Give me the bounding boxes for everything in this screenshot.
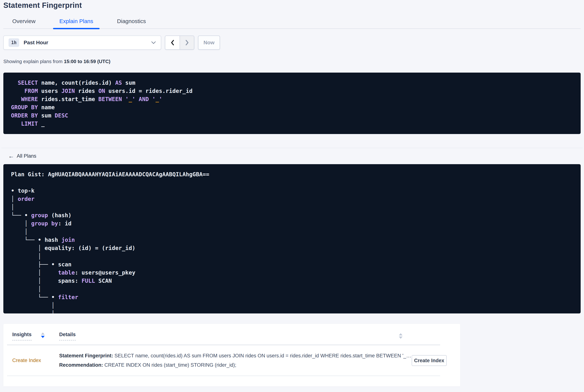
time-nav-group [165,36,194,50]
sort-down-triangle [41,336,45,338]
code-line: GROUP BY name [11,103,573,112]
tab-explain-plans[interactable]: Explain Plans [53,15,99,28]
code-line: │ spans: FULL SCAN [11,277,573,285]
code-line: │ [11,310,573,314]
insight-link[interactable]: Create Index [12,358,59,363]
code-line: │ [11,252,573,260]
fingerprint-line: Statement Fingerprint: SELECT name, coun… [59,351,411,360]
tab-overview[interactable]: Overview [6,15,42,28]
fingerprint-label: Statement Fingerprint: [59,353,113,358]
code-line: │ group by: id [11,220,573,228]
code-line: • top-k [11,187,573,195]
sql-statement-block: SELECT name, count(rides.id) AS sum FROM… [3,72,581,134]
create-index-button[interactable]: Create Index [412,355,447,366]
code-line: LIMIT _ [11,120,573,128]
time-controls: 1h Past Hour [3,36,581,50]
fingerprint-value: SELECT name, count(rides.id) AS sum FROM… [113,353,411,358]
code-line: ORDER BY sum DESC [11,112,573,120]
code-line: ├── • scan [11,260,573,268]
all-plans-back-link[interactable]: ← All Plans [8,153,36,159]
code-line: │ table: users@users_pkey [11,268,573,277]
sort-icon-details[interactable] [399,333,403,339]
plan-gist-block: Plan Gist: AgHUAQIABQAAAAHYAQIAiAEAAAADC… [3,164,581,314]
all-plans-label: All Plans [17,153,36,159]
code-line [11,178,573,187]
recommendation-label: Recommendation: [59,362,103,368]
insights-column-header: Insights [12,332,59,340]
code-line: │ [11,203,573,211]
previous-range-button[interactable] [165,36,180,49]
showing-range-bold: 15:00 to 16:59 (UTC) [64,59,110,64]
sort-icon-insights[interactable] [41,332,45,338]
sort-up-triangle [41,332,45,335]
code-line: WHERE rides.start_time BETWEEN '_' AND '… [11,95,573,103]
chevron-left-icon [170,40,175,46]
details-column-label[interactable]: Details [59,332,76,340]
code-line: FROM users JOIN rides ON users.id = ride… [11,87,573,95]
sort-down-triangle [399,336,403,339]
insights-table-header: Insights Details [3,324,460,340]
time-range-badge: 1h [8,38,19,47]
code-line: └── • hash join [11,236,573,244]
code-line: Plan Gist: AgHUAQIABQAAAAHYAQIAiAEAAAADC… [11,170,573,178]
code-line: │ order [11,195,573,203]
code-line: └── • group (hash) [11,211,573,220]
showing-range-text: Showing explain plans from 15:00 to 16:5… [3,59,581,64]
section-divider [1,148,583,148]
time-range-dropdown[interactable]: 1h Past Hour [3,36,161,50]
insights-table-card: Insights Details Create Index Statement … [3,324,460,386]
code-line: │ [11,228,573,236]
page-title: Statement Fingerprint [3,1,581,10]
code-line: │ [11,301,573,310]
tab-bar: Overview Explain Plans Diagnostics [3,15,581,29]
sort-up-triangle [399,333,403,336]
next-range-button[interactable] [180,36,194,49]
showing-range-prefix: Showing explain plans from [3,59,64,64]
recommendation-value: CREATE INDEX ON rides (start_time) STORI… [103,362,236,368]
insights-column-label[interactable]: Insights [12,332,32,340]
details-cell: Statement Fingerprint: SELECT name, coun… [59,351,411,370]
chevron-right-icon [184,40,190,46]
code-line: SELECT name, count(rides.id) AS sum [11,79,573,87]
page: Statement Fingerprint Overview Explain P… [0,0,584,386]
code-line: │ [11,285,573,293]
tab-diagnostics[interactable]: Diagnostics [111,15,152,28]
recommendation-line: Recommendation: CREATE INDEX ON rides (s… [59,360,411,370]
now-button[interactable]: Now [198,36,220,50]
time-range-label: Past Hour [24,40,151,46]
row-divider [7,376,440,376]
chevron-down-icon [151,41,156,44]
table-row: Create Index Statement Fingerprint: SELE… [3,345,460,376]
code-line: └── • filter [11,293,573,301]
arrow-left-icon: ← [8,153,14,159]
code-line: │ equality: (id) = (rider_id) [11,244,573,252]
